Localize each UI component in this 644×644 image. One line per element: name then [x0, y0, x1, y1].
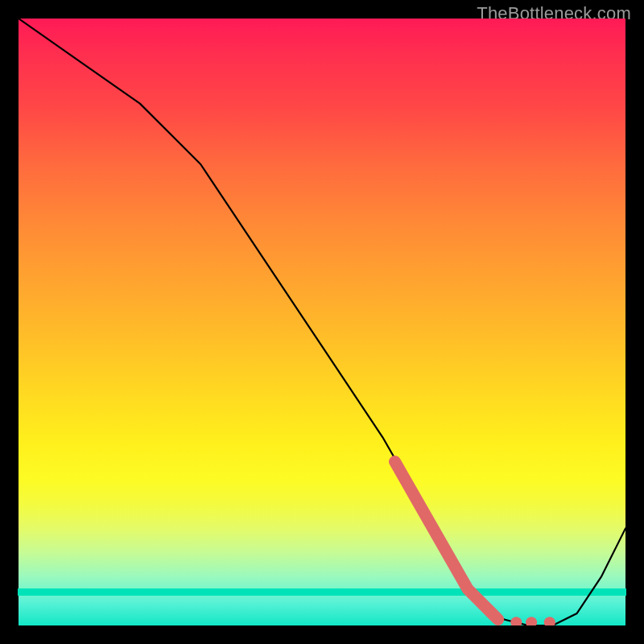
highlight-band [395, 461, 498, 619]
chart-container: TheBottleneck.com [0, 0, 644, 644]
highlight-dots [510, 617, 555, 625]
highlight-dot [510, 617, 522, 625]
chart-svg [19, 19, 625, 625]
curve-line [19, 19, 625, 625]
highlight-dot [544, 617, 555, 625]
highlight-dot [526, 617, 537, 625]
